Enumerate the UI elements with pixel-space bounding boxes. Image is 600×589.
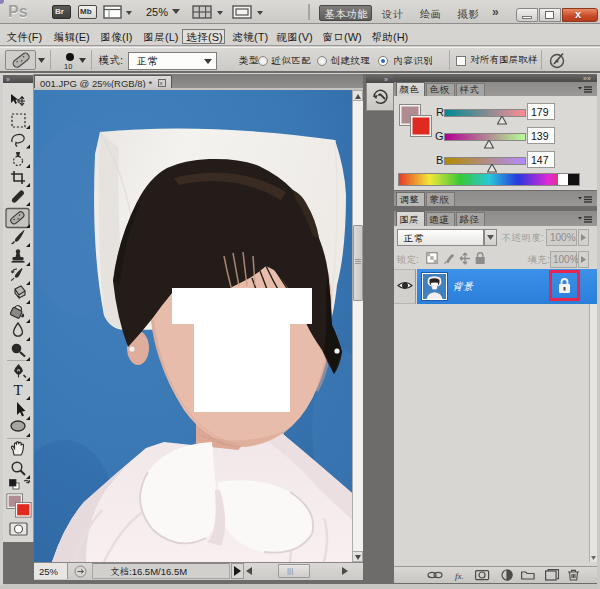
svg-text:fx.: fx. [455, 571, 464, 581]
svg-text:T: T [13, 382, 22, 398]
